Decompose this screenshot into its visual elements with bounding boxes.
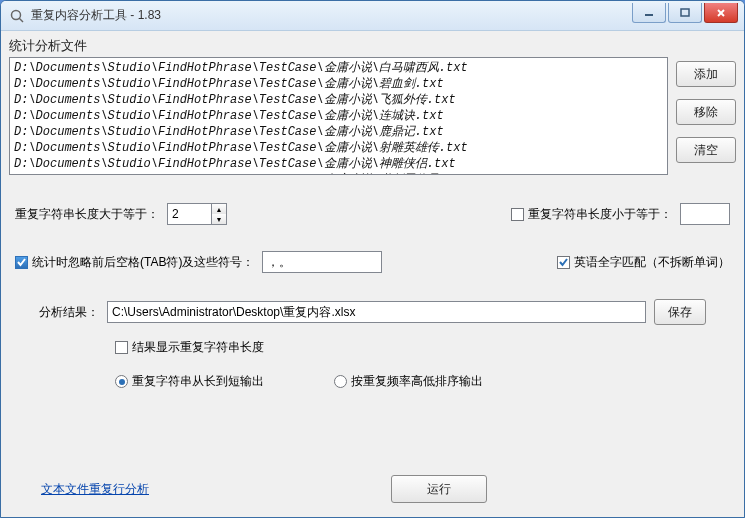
remove-button[interactable]: 移除 <box>676 99 736 125</box>
list-item[interactable]: D:\Documents\Studio\FindHotPhrase\TestCa… <box>14 124 663 140</box>
clear-button[interactable]: 清空 <box>676 137 736 163</box>
max-length-input[interactable] <box>680 203 730 225</box>
list-item[interactable]: D:\Documents\Studio\FindHotPhrase\TestCa… <box>14 92 663 108</box>
english-word-label: 英语全字匹配（不拆断单词） <box>574 254 730 271</box>
duplicate-lines-link[interactable]: 文本文件重复行分析 <box>41 481 149 498</box>
radio-icon <box>334 375 347 388</box>
result-label: 分析结果： <box>39 304 99 321</box>
run-button[interactable]: 运行 <box>391 475 487 503</box>
svg-line-1 <box>19 18 23 22</box>
english-word-checkbox[interactable]: 英语全字匹配（不拆断单词） <box>557 254 730 271</box>
app-window: 重复内容分析工具 - 1.83 统计分析文件 D:\Documents\Stud… <box>0 0 745 518</box>
min-length-input[interactable] <box>167 203 211 225</box>
client-area: 统计分析文件 D:\Documents\Studio\FindHotPhrase… <box>1 31 744 517</box>
side-buttons: 添加 移除 清空 <box>676 57 736 163</box>
close-button[interactable] <box>704 3 738 23</box>
checkbox-icon <box>511 208 524 221</box>
show-length-label: 结果显示重复字符串长度 <box>132 339 264 356</box>
window-title: 重复内容分析工具 - 1.83 <box>31 7 161 24</box>
add-button[interactable]: 添加 <box>676 61 736 87</box>
checkbox-icon <box>115 341 128 354</box>
spinner-down-button[interactable]: ▼ <box>212 214 226 224</box>
section-label: 统计分析文件 <box>9 37 736 55</box>
max-length-label: 重复字符串长度小于等于： <box>528 206 672 223</box>
list-item[interactable]: D:\Documents\Studio\FindHotPhrase\TestCa… <box>14 172 663 175</box>
radio-icon <box>115 375 128 388</box>
sort-by-length-radio[interactable]: 重复字符串从长到短输出 <box>115 373 264 390</box>
ignore-chars-label: 统计时忽略前后空格(TAB符)及这些符号： <box>32 254 254 271</box>
list-item[interactable]: D:\Documents\Studio\FindHotPhrase\TestCa… <box>14 60 663 76</box>
list-item[interactable]: D:\Documents\Studio\FindHotPhrase\TestCa… <box>14 76 663 92</box>
maximize-button[interactable] <box>668 3 702 23</box>
form-area: 重复字符串长度大于等于： ▲ ▼ 重复字符串长度小于等于： <box>9 203 736 390</box>
window-controls <box>632 3 738 23</box>
min-length-spinner[interactable]: ▲ ▼ <box>167 203 227 225</box>
file-list-row: D:\Documents\Studio\FindHotPhrase\TestCa… <box>9 57 736 175</box>
list-item[interactable]: D:\Documents\Studio\FindHotPhrase\TestCa… <box>14 140 663 156</box>
titlebar[interactable]: 重复内容分析工具 - 1.83 <box>1 1 744 31</box>
save-button[interactable]: 保存 <box>654 299 706 325</box>
file-listbox[interactable]: D:\Documents\Studio\FindHotPhrase\TestCa… <box>9 57 668 175</box>
minimize-button[interactable] <box>632 3 666 23</box>
ignore-chars-checkbox[interactable]: 统计时忽略前后空格(TAB符)及这些符号： <box>15 254 254 271</box>
max-length-checkbox[interactable]: 重复字符串长度小于等于： <box>511 206 672 223</box>
sort-by-freq-radio[interactable]: 按重复频率高低排序输出 <box>334 373 483 390</box>
footer: 文本文件重复行分析 运行 <box>9 475 736 507</box>
checkbox-icon <box>15 256 28 269</box>
list-item[interactable]: D:\Documents\Studio\FindHotPhrase\TestCa… <box>14 156 663 172</box>
ignore-chars-input[interactable] <box>262 251 382 273</box>
result-block: 分析结果： 保存 结果显示重复字符串长度 重复字符串从长到短输出 <box>15 299 730 390</box>
checkbox-icon <box>557 256 570 269</box>
list-item[interactable]: D:\Documents\Studio\FindHotPhrase\TestCa… <box>14 108 663 124</box>
length-row: 重复字符串长度大于等于： ▲ ▼ 重复字符串长度小于等于： <box>15 203 730 225</box>
min-length-label: 重复字符串长度大于等于： <box>15 206 159 223</box>
result-path-input[interactable] <box>107 301 646 323</box>
spinner-up-button[interactable]: ▲ <box>212 204 226 214</box>
ignore-row: 统计时忽略前后空格(TAB符)及这些符号： 英语全字匹配（不拆断单词） <box>15 251 730 273</box>
sort-by-length-label: 重复字符串从长到短输出 <box>132 373 264 390</box>
show-length-checkbox[interactable]: 结果显示重复字符串长度 <box>115 339 264 356</box>
sort-by-freq-label: 按重复频率高低排序输出 <box>351 373 483 390</box>
svg-rect-3 <box>681 9 689 16</box>
app-icon <box>9 8 25 24</box>
